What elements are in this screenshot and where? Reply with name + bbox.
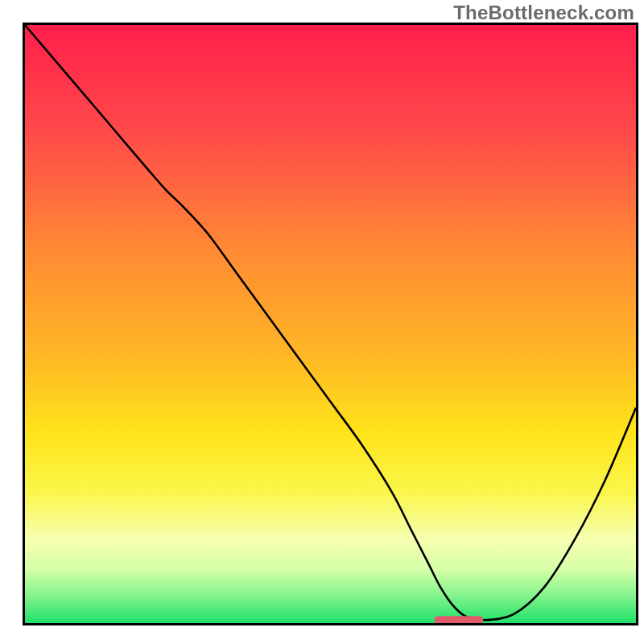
watermark-label: TheBottleneck.com [453,2,634,24]
optimal-marker [435,616,484,624]
plot-background [25,25,636,623]
chart-canvas [0,0,644,644]
bottleneck-chart: TheBottleneck.com [0,0,644,644]
